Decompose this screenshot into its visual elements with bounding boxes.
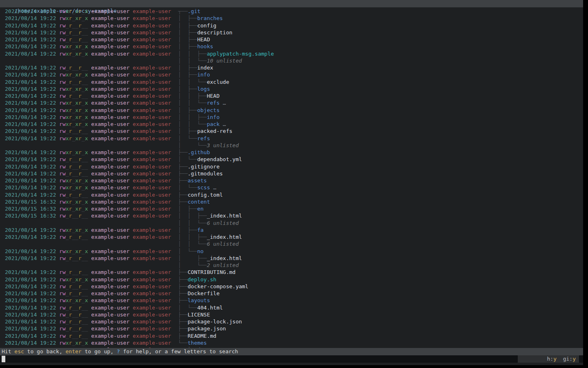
file-permission-char: x <box>85 149 88 155</box>
file-owner: example-user <box>88 305 130 311</box>
tree-entry-dir[interactable]: scss <box>197 184 210 191</box>
tree-branch-lines: │ │ ├── <box>178 213 207 219</box>
file-permission-char: _ <box>66 283 69 289</box>
tree-entry-dir[interactable]: .github <box>187 149 210 155</box>
file-permission-char: x <box>66 340 69 346</box>
tree-entry-dir[interactable]: branches <box>197 15 223 21</box>
file-owner: example-user <box>88 107 130 113</box>
tree-entry-dir[interactable]: assets <box>187 177 207 184</box>
file-permission-char: w <box>62 107 66 113</box>
tree-entry-exec[interactable]: applypatch-msg.sample <box>207 51 274 57</box>
file-permission-char: _ <box>66 164 69 170</box>
tree-entry-dir[interactable]: objects <box>197 107 220 113</box>
tree-entry-file[interactable]: .gitignore <box>187 164 219 170</box>
file-owner: example-user <box>88 248 130 254</box>
tree-entry-dir[interactable]: refs <box>207 100 219 106</box>
tree-entry-file[interactable]: Dockerfile <box>187 290 219 296</box>
file-meta-row <box>5 57 171 64</box>
tree-entry-dir[interactable]: content <box>187 199 210 205</box>
file-permission-char: r <box>59 65 62 71</box>
file-permission-char: w <box>62 305 66 311</box>
file-owner: example-user <box>88 283 130 289</box>
file-permission-char: r <box>78 177 82 184</box>
tree-entry-dir[interactable]: en <box>197 206 204 212</box>
tree-entry-file[interactable]: description <box>197 29 232 36</box>
tree-entry-exec[interactable]: deploy.sh <box>187 276 216 283</box>
file-permission-char: r <box>78 213 82 219</box>
tree-entry-file[interactable]: config <box>197 22 216 29</box>
file-permission-char: _ <box>75 22 78 29</box>
tree-entry-file[interactable]: _index.html <box>207 213 242 219</box>
file-permission-char: r <box>59 128 62 134</box>
file-permission-char: r <box>59 340 62 346</box>
tree-entry-dir[interactable]: info <box>207 114 219 120</box>
file-meta-row: 2021/08/14 19:22 rwxr_xr_x example-user … <box>5 177 171 184</box>
file-owner: example-user <box>88 319 130 325</box>
tree-branch-lines: │ ├── <box>178 227 197 233</box>
tree-entry-file[interactable]: _index.html <box>207 234 242 240</box>
file-permission-char: _ <box>82 192 85 198</box>
file-meta-row: 2021/08/14 19:22 rwxr_xr_x example-user … <box>5 121 171 128</box>
tree-row: │ │ ├──HEAD <box>178 92 274 99</box>
tree-entry-dir[interactable]: layouts <box>187 297 210 303</box>
tree-entry-file[interactable]: _index.html <box>207 255 242 261</box>
tree-entry-dir[interactable]: no <box>197 248 204 254</box>
tree-branch-lines: ├── <box>178 290 187 296</box>
tree-entry-file[interactable]: CONTRIBUTING.md <box>187 269 235 275</box>
file-date: 2021/08/14 19:22 <box>5 192 59 198</box>
file-permission-char: _ <box>85 93 88 99</box>
tree-entry-file[interactable]: dependabot.yml <box>197 156 242 162</box>
tree-entry-dir[interactable]: pack <box>207 121 219 127</box>
file-permission-char: x <box>85 51 88 57</box>
tree-entry-file[interactable]: config.toml <box>187 192 223 198</box>
tree-entry-dir[interactable]: refs <box>197 135 210 141</box>
file-permission-char: w <box>62 319 66 325</box>
file-permission-char: x <box>75 86 78 92</box>
file-owner: example-user <box>88 36 130 43</box>
tree-entry-dir[interactable]: .git <box>187 8 200 14</box>
tree-entry-file[interactable]: docker-compose.yaml <box>187 283 248 289</box>
tree-entry-file[interactable]: 404.html <box>197 305 223 311</box>
tree-row: │ ├──en <box>178 205 274 212</box>
tree-entry-file[interactable]: index <box>197 65 213 71</box>
tree-entry-file[interactable]: HEAD <box>207 93 219 99</box>
file-permission-char: _ <box>75 305 78 311</box>
tree-branch-lines: │ └── <box>178 248 197 254</box>
tree-entry-file[interactable]: LICENSE <box>187 312 210 318</box>
file-meta-row: 2021/08/14 19:22 rwxr_xr_x example-user … <box>5 15 171 22</box>
tree-entry-file[interactable]: packed-refs <box>197 128 232 134</box>
file-permission-char: _ <box>85 312 88 318</box>
file-owner: example-user <box>88 86 130 92</box>
input-row[interactable]: h:y gi:y <box>0 355 583 363</box>
file-permission-char: r <box>59 135 62 141</box>
tree-entry-dir[interactable]: info <box>197 72 210 78</box>
file-group: example-user <box>129 72 171 78</box>
tree-entry-dir[interactable]: logs <box>197 86 210 92</box>
tree-entry-file[interactable]: .gitmodules <box>187 171 223 177</box>
file-group: example-user <box>129 128 171 134</box>
file-date: 2021/08/14 19:22 <box>5 283 59 289</box>
file-owner: example-user <box>88 227 130 233</box>
tree-row: │ ├──index <box>178 64 274 71</box>
tree-entry-dir[interactable]: hooks <box>197 43 213 49</box>
tree-entry-dir[interactable]: themes <box>187 340 207 346</box>
file-permission-char: x <box>66 121 69 127</box>
file-owner: example-user <box>88 206 130 212</box>
file-permission-char: r <box>59 248 62 254</box>
tree-entry-file[interactable]: README.md <box>187 333 216 339</box>
tree-branch-lines: ├── <box>178 192 187 198</box>
tree-entry-dir[interactable]: fa <box>197 227 204 233</box>
file-permission-char: x <box>85 248 88 254</box>
file-owner: example-user <box>88 15 130 21</box>
file-date: 2021/08/14 19:22 <box>5 290 59 296</box>
tree-entry-file[interactable]: exclude <box>207 79 229 85</box>
tree-entry-file[interactable]: package-lock.json <box>187 319 242 325</box>
tree-entry-file[interactable]: HEAD <box>197 36 210 43</box>
text-cursor[interactable] <box>2 356 5 362</box>
file-owner: example-user <box>88 171 130 177</box>
tree-entry-file[interactable]: package.json <box>187 325 226 332</box>
file-meta-row: 2021/08/14 19:22 rwxr_xr_x example-user … <box>5 248 171 255</box>
file-permission-char: w <box>62 177 66 184</box>
file-date: 2021/08/14 19:22 <box>5 171 59 177</box>
tree-row: ├──.github <box>178 149 274 156</box>
